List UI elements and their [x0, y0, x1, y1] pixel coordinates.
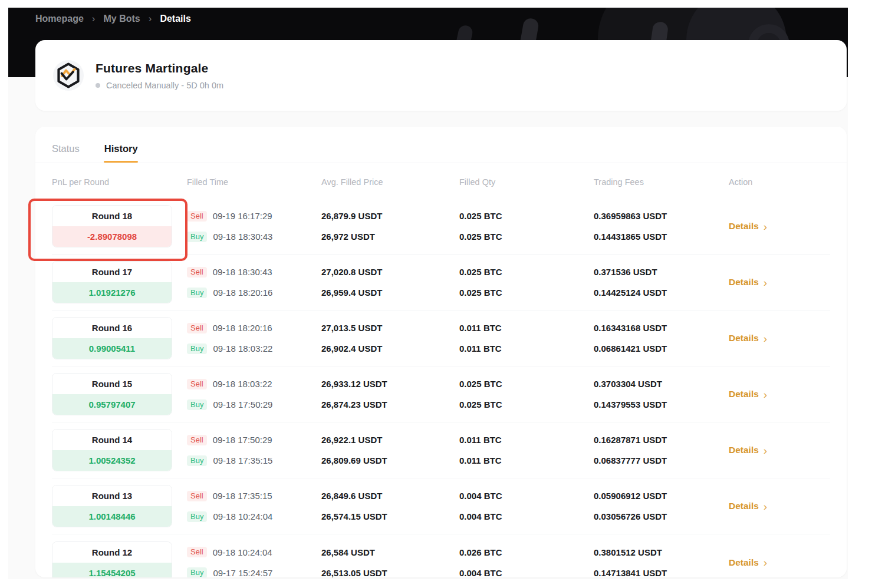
pnl-card: Round 13 1.00148446	[52, 485, 172, 527]
details-link-label: Details	[729, 221, 759, 232]
details-link[interactable]: Details ›	[729, 389, 767, 400]
round-label: Round 12	[52, 542, 172, 563]
details-link-label: Details	[729, 501, 759, 511]
sell-qty: 0.004 BTC	[459, 490, 594, 503]
filled-time-cell: Sell 09-18 18:20:16 Buy 09-18 18:03:22	[187, 322, 321, 355]
bot-title: Futures Martingale	[96, 61, 223, 75]
header-avg-filled-price: Avg. Filled Price	[321, 177, 459, 187]
buy-time: 09-18 18:03:22	[213, 343, 272, 354]
tab-bar: Status History	[35, 127, 847, 163]
breadcrumb-homepage[interactable]: Homepage	[35, 14, 84, 24]
sell-time: 09-18 18:03:22	[213, 379, 272, 389]
buy-badge: Buy	[187, 343, 207, 354]
sell-qty: 0.011 BTC	[459, 434, 594, 447]
bot-status: Canceled Manually - 5D 0h 0m	[96, 81, 223, 90]
details-link[interactable]: Details ›	[729, 501, 767, 512]
header-filled-time: Filled Time	[187, 177, 321, 187]
action-cell: Details ›	[729, 445, 830, 456]
buy-time: 09-18 18:20:16	[213, 288, 272, 298]
trading-fees-cell: 0.3801512 USDT 0.14713841 USDT	[594, 546, 729, 577]
sell-fee: 0.3801512 USDT	[594, 546, 729, 559]
buy-fee: 0.14713841 USDT	[594, 566, 729, 577]
buy-time: 09-18 18:30:43	[213, 232, 272, 242]
buy-badge: Buy	[187, 511, 207, 522]
action-cell: Details ›	[729, 557, 830, 568]
tab-history[interactable]: History	[104, 143, 138, 163]
details-link-label: Details	[729, 277, 759, 288]
avg-filled-price-cell: 26,584 USDT 26,513.05 USDT	[321, 546, 459, 577]
details-link[interactable]: Details ›	[729, 221, 767, 232]
avg-filled-price-cell: 26,879.9 USDT 26,972 USDT	[321, 210, 459, 243]
action-cell: Details ›	[729, 389, 830, 400]
buy-fee: 0.06861421 USDT	[594, 342, 729, 355]
details-link[interactable]: Details ›	[729, 277, 767, 288]
pnl-cell: Round 12 1.15454205	[52, 541, 187, 578]
chevron-right-icon: ›	[764, 221, 767, 232]
action-cell: Details ›	[729, 501, 830, 512]
buy-badge: Buy	[187, 232, 207, 242]
filled-qty-cell: 0.025 BTC 0.025 BTC	[459, 266, 594, 299]
table-row: Round 14 1.00524352 Sell 09-18 17:50:29 …	[52, 422, 830, 478]
sell-time: 09-18 18:30:43	[213, 267, 272, 277]
details-link-label: Details	[729, 557, 759, 568]
filled-qty-cell: 0.011 BTC 0.011 BTC	[459, 434, 594, 467]
buy-price: 26,809.69 USDT	[321, 454, 459, 467]
chevron-right-icon: ›	[764, 389, 767, 400]
details-link-label: Details	[729, 389, 759, 399]
buy-qty: 0.025 BTC	[459, 398, 594, 411]
sell-price: 26,922.1 USDT	[321, 434, 459, 447]
table-row: Round 16 0.99005411 Sell 09-18 18:20:16 …	[52, 310, 830, 366]
avg-filled-price-cell: 26,922.1 USDT 26,809.69 USDT	[321, 434, 459, 467]
avg-filled-price-cell: 26,933.12 USDT 26,874.23 USDT	[321, 378, 459, 411]
pnl-card: Round 18 -2.89078098	[52, 205, 172, 247]
buy-time: 09-18 10:24:04	[213, 511, 272, 521]
avg-filled-price-cell: 27,013.5 USDT 26,902.4 USDT	[321, 322, 459, 355]
sell-time: 09-18 17:35:15	[213, 491, 272, 501]
buy-badge: Buy	[187, 288, 207, 298]
buy-qty: 0.025 BTC	[459, 286, 594, 299]
sell-badge: Sell	[187, 547, 207, 557]
action-cell: Details ›	[729, 333, 830, 344]
sell-price: 27,013.5 USDT	[321, 322, 459, 335]
details-link[interactable]: Details ›	[729, 445, 767, 456]
sell-qty: 0.025 BTC	[459, 266, 594, 279]
breadcrumb: Homepage › My Bots › Details	[35, 13, 191, 25]
details-link[interactable]: Details ›	[729, 557, 767, 568]
sell-qty: 0.026 BTC	[459, 546, 594, 559]
pnl-card: Round 15 0.95797407	[52, 373, 172, 415]
chevron-right-icon: ›	[764, 501, 767, 512]
round-label: Round 13	[52, 485, 172, 506]
tab-history-label: History	[104, 143, 138, 154]
round-label: Round 17	[52, 262, 172, 282]
table-row: Round 12 1.15454205 Sell 09-18 10:24:04 …	[52, 534, 830, 577]
sell-badge: Sell	[187, 491, 207, 501]
trading-fees-cell: 0.3703304 USDT 0.14379553 USDT	[594, 378, 729, 411]
pnl-cell: Round 14 1.00524352	[52, 429, 187, 471]
pnl-value: 0.99005411	[52, 338, 172, 359]
pnl-card: Round 14 1.00524352	[52, 429, 172, 471]
sell-badge: Sell	[187, 435, 207, 445]
sell-qty: 0.011 BTC	[459, 322, 594, 335]
sell-qty: 0.025 BTC	[459, 210, 594, 223]
tab-status[interactable]: Status	[52, 143, 80, 163]
pnl-value: 0.95797407	[52, 394, 172, 415]
breadcrumb-my-bots[interactable]: My Bots	[103, 14, 140, 24]
details-link-label: Details	[729, 445, 759, 455]
pnl-card: Round 12 1.15454205	[52, 541, 172, 578]
buy-price: 26,574.15 USDT	[321, 510, 459, 523]
chevron-right-icon: ›	[764, 277, 767, 288]
buy-qty: 0.011 BTC	[459, 454, 594, 467]
sell-badge: Sell	[187, 379, 207, 389]
filled-time-cell: Sell 09-19 16:17:29 Buy 09-18 18:30:43	[187, 210, 321, 243]
buy-badge: Buy	[187, 455, 207, 466]
bot-status-text: Canceled Manually - 5D 0h 0m	[106, 81, 223, 90]
sell-fee: 0.371536 USDT	[594, 266, 729, 279]
chevron-right-icon: ›	[764, 557, 767, 568]
details-link[interactable]: Details ›	[729, 333, 767, 344]
table-row: Round 15 0.95797407 Sell 09-18 18:03:22 …	[52, 366, 830, 422]
chevron-right-icon: ›	[764, 445, 767, 456]
buy-qty: 0.025 BTC	[459, 230, 594, 243]
sell-fee: 0.05906912 USDT	[594, 490, 729, 503]
action-cell: Details ›	[729, 277, 830, 288]
trading-fees-cell: 0.16343168 USDT 0.06861421 USDT	[594, 322, 729, 355]
